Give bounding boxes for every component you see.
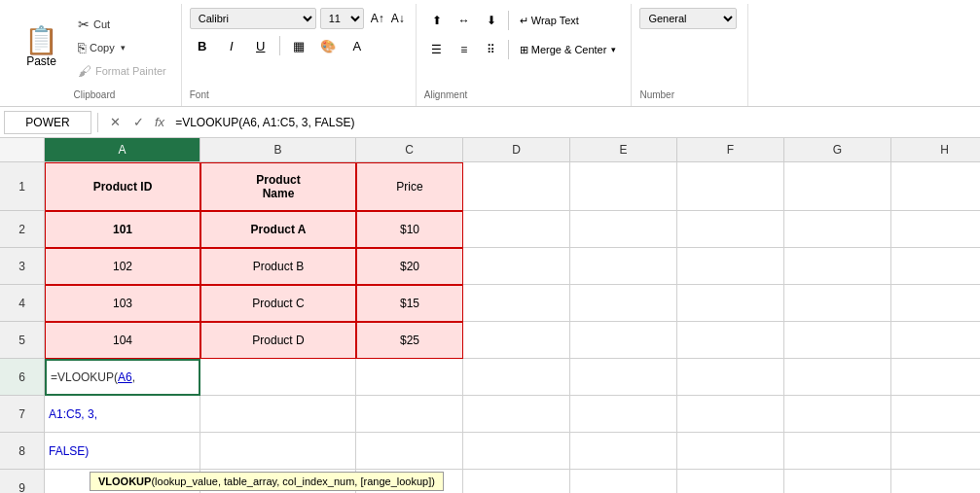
row-header-9[interactable]: 9: [0, 470, 45, 493]
copy-dropdown-icon[interactable]: ▾: [121, 43, 126, 53]
format-painter-button[interactable]: 🖌 Format Painter: [71, 60, 173, 82]
cell-E4[interactable]: [570, 285, 677, 322]
cell-F2[interactable]: [677, 211, 784, 248]
cell-H1[interactable]: [891, 162, 980, 211]
row-header-1[interactable]: 1: [0, 162, 45, 211]
cell-B8[interactable]: [200, 433, 356, 470]
cell-E3[interactable]: [570, 248, 677, 285]
cell-F9[interactable]: [677, 470, 784, 493]
row-header-4[interactable]: 4: [0, 285, 45, 322]
cell-D6[interactable]: [463, 359, 570, 396]
cell-A4[interactable]: 103: [45, 285, 200, 322]
cell-F4[interactable]: [677, 285, 784, 322]
copy-button[interactable]: ⎘ Copy ▾: [71, 37, 173, 58]
cell-H2[interactable]: [891, 211, 980, 248]
cell-D2[interactable]: [463, 211, 570, 248]
cell-C2[interactable]: $10: [356, 211, 463, 248]
cell-H5[interactable]: [891, 322, 980, 359]
cell-D8[interactable]: [463, 433, 570, 470]
cell-D5[interactable]: [463, 322, 570, 359]
cell-F1[interactable]: [677, 162, 784, 211]
cell-A6[interactable]: =VLOOKUP(A6,: [45, 359, 200, 396]
col-header-F[interactable]: F: [677, 138, 784, 161]
border-button[interactable]: ▦: [286, 33, 311, 58]
font-family-select[interactable]: Calibri: [190, 8, 316, 29]
cell-B3[interactable]: Product B: [200, 248, 356, 285]
col-header-G[interactable]: G: [784, 138, 891, 161]
align-top-button[interactable]: ⬆: [424, 8, 450, 33]
fill-color-button[interactable]: 🎨: [315, 33, 341, 58]
cell-E5[interactable]: [570, 322, 677, 359]
cell-C1[interactable]: Price: [356, 162, 463, 211]
italic-button[interactable]: I: [219, 33, 244, 58]
cell-F5[interactable]: [677, 322, 784, 359]
cell-A5[interactable]: 104: [45, 322, 200, 359]
cell-C8[interactable]: [356, 433, 463, 470]
underline-button[interactable]: U: [248, 33, 273, 58]
cell-E9[interactable]: [570, 470, 677, 493]
bold-button[interactable]: B: [190, 33, 215, 58]
cancel-formula-button[interactable]: ✕: [104, 112, 126, 133]
row-header-3[interactable]: 3: [0, 248, 45, 285]
cell-G7[interactable]: [784, 396, 891, 433]
cell-F6[interactable]: [677, 359, 784, 396]
row-header-7[interactable]: 7: [0, 396, 45, 433]
align-middle-button[interactable]: ↔: [452, 8, 477, 33]
align-center-button[interactable]: ≡: [452, 37, 477, 62]
cell-C4[interactable]: $15: [356, 285, 463, 322]
cell-H8[interactable]: [891, 433, 980, 470]
col-header-A[interactable]: A: [45, 138, 200, 161]
cell-E8[interactable]: [570, 433, 677, 470]
cell-G4[interactable]: [784, 285, 891, 322]
cut-button[interactable]: ✂ Cut: [71, 14, 173, 35]
cell-D4[interactable]: [463, 285, 570, 322]
select-all-button[interactable]: [0, 138, 45, 161]
cell-B6[interactable]: [200, 359, 356, 396]
cell-F8[interactable]: [677, 433, 784, 470]
row-header-6[interactable]: 6: [0, 359, 45, 396]
cell-G6[interactable]: [784, 359, 891, 396]
merge-center-button[interactable]: ⊞ Merge & Center ▾: [513, 37, 624, 62]
number-format-select[interactable]: General: [639, 8, 737, 29]
align-right-button[interactable]: ⠿: [479, 37, 504, 62]
cell-C5[interactable]: $25: [356, 322, 463, 359]
increase-font-size-button[interactable]: A↑: [368, 8, 387, 29]
merge-dropdown-icon[interactable]: ▾: [611, 45, 616, 54]
cell-F7[interactable]: [677, 396, 784, 433]
cell-E1[interactable]: [570, 162, 677, 211]
font-size-select[interactable]: 11: [320, 8, 364, 29]
cell-G5[interactable]: [784, 322, 891, 359]
col-header-B[interactable]: B: [200, 138, 356, 161]
wrap-text-button[interactable]: ↵ Wrap Text: [513, 8, 586, 33]
align-bottom-button[interactable]: ⬇: [479, 8, 504, 33]
cell-D7[interactable]: [463, 396, 570, 433]
col-header-H[interactable]: H: [891, 138, 980, 161]
confirm-formula-button[interactable]: ✓: [127, 112, 149, 133]
cell-H6[interactable]: [891, 359, 980, 396]
row-header-2[interactable]: 2: [0, 211, 45, 248]
cell-A3[interactable]: 102: [45, 248, 200, 285]
row-header-8[interactable]: 8: [0, 433, 45, 470]
cell-H4[interactable]: [891, 285, 980, 322]
cell-D9[interactable]: [463, 470, 570, 493]
cell-B2[interactable]: Product A: [200, 211, 356, 248]
cell-B7[interactable]: [200, 396, 356, 433]
cell-C6[interactable]: [356, 359, 463, 396]
cell-A2[interactable]: 101: [45, 211, 200, 248]
cell-G9[interactable]: [784, 470, 891, 493]
cell-D3[interactable]: [463, 248, 570, 285]
font-color-button[interactable]: A: [345, 33, 370, 58]
cell-C7[interactable]: [356, 396, 463, 433]
cell-H7[interactable]: [891, 396, 980, 433]
cell-B1[interactable]: Product Name: [200, 162, 356, 211]
cell-B4[interactable]: Product C: [200, 285, 356, 322]
align-left-button[interactable]: ☰: [424, 37, 450, 62]
cell-G3[interactable]: [784, 248, 891, 285]
cell-B5[interactable]: Product D: [200, 322, 356, 359]
formula-input[interactable]: [170, 111, 976, 134]
col-header-C[interactable]: C: [356, 138, 463, 161]
cell-D1[interactable]: [463, 162, 570, 211]
cell-G8[interactable]: [784, 433, 891, 470]
cell-G1[interactable]: [784, 162, 891, 211]
cell-G2[interactable]: [784, 211, 891, 248]
